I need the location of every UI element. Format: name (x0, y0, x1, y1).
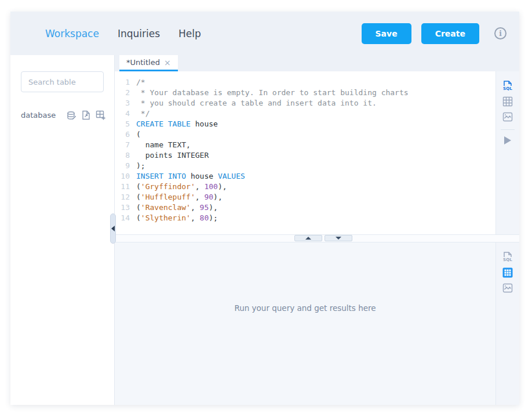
code-line[interactable]: 10INSERT INTO house VALUES (115, 171, 495, 182)
code-text: */ (130, 108, 150, 119)
database-icon[interactable] (67, 111, 76, 120)
table-grid-icon[interactable] (502, 96, 513, 107)
table-grid-icon[interactable] (502, 267, 513, 278)
code-line[interactable]: 4 */ (115, 108, 495, 119)
results-panel: Run your query and get results here (115, 242, 495, 405)
code-text: ); (130, 161, 145, 171)
line-number: 5 (115, 119, 130, 129)
sql-code-editor[interactable]: 1/*2 * Your database is empty. In order … (115, 71, 495, 234)
code-text: ('Slytherin', 80); (130, 213, 218, 223)
line-number: 4 (115, 108, 130, 119)
tab-close-icon[interactable]: × (164, 58, 171, 67)
line-number: 7 (115, 140, 130, 150)
code-lines: 1/*2 * Your database is empty. In order … (115, 77, 495, 223)
chevron-up-icon (305, 237, 311, 240)
info-icon[interactable]: i (494, 27, 507, 39)
code-line[interactable]: 3 * you should create a table and insert… (115, 98, 495, 108)
line-number: 8 (115, 150, 130, 161)
editor-row: 1/*2 * Your database is empty. In order … (115, 71, 519, 235)
code-text: * you should create a table and insert d… (130, 98, 377, 108)
line-number: 10 (115, 171, 130, 182)
add-table-icon[interactable] (96, 110, 106, 120)
code-text: points INTEGER (130, 150, 209, 161)
code-text: ('Hufflepuff', 90), (130, 192, 223, 202)
code-line[interactable]: 5CREATE TABLE house (115, 119, 495, 129)
top-nav: Workspace Inquiries Help Save Create i (10, 12, 519, 55)
tab-label: *Untitled (126, 58, 160, 67)
code-line[interactable]: 12('Hufflepuff', 90), (115, 192, 495, 202)
line-number: 3 (115, 98, 130, 108)
save-button[interactable]: Save (362, 23, 411, 44)
create-button[interactable]: Create (421, 23, 479, 44)
code-line[interactable]: 2 * Your database is empty. In order to … (115, 88, 495, 98)
code-line[interactable]: 1/* (115, 77, 495, 88)
code-text: /* (130, 77, 145, 88)
panel-splitter[interactable] (115, 235, 519, 242)
sidebar: database (10, 55, 115, 405)
sidebar-collapse-handle[interactable] (110, 213, 116, 244)
code-text: ( (130, 129, 141, 140)
chart-image-icon[interactable] (502, 112, 513, 122)
nav-link-inquiries[interactable]: Inquiries (118, 28, 160, 39)
chart-image-icon[interactable] (502, 283, 513, 293)
content-area: *Untitled × 1/*2 * Your database is empt… (115, 55, 519, 405)
import-file-icon[interactable] (82, 110, 90, 120)
tab-untitled[interactable]: *Untitled × (119, 55, 178, 71)
code-line[interactable]: 11('Gryffindor', 100), (115, 182, 495, 192)
code-line[interactable]: 8 points INTEGER (115, 150, 495, 161)
code-text: * Your database is empty. In order to st… (130, 88, 409, 98)
code-text: ('Gryffindor', 100), (130, 182, 227, 192)
editor-rail: SQL (495, 71, 519, 234)
expand-up-button[interactable] (294, 235, 322, 241)
search-table-input[interactable] (21, 71, 104, 92)
line-number: 9 (115, 161, 130, 171)
main-area: database (10, 55, 519, 405)
expand-down-button[interactable] (325, 235, 352, 241)
line-number: 14 (115, 213, 130, 223)
app-window: Workspace Inquiries Help Save Create i d… (10, 12, 519, 405)
sql-file-icon[interactable]: SQL (503, 79, 512, 91)
code-text: ('Ravenclaw', 95), (130, 202, 218, 213)
rail-divider (501, 129, 515, 130)
run-icon[interactable] (504, 136, 512, 145)
code-line[interactable]: 9); (115, 161, 495, 171)
results-rail: SQL (495, 242, 519, 405)
code-line[interactable]: 6( (115, 129, 495, 140)
results-row: Run your query and get results here SQL (115, 242, 519, 405)
chevron-left-icon (111, 226, 115, 231)
tab-bar: *Untitled × (115, 55, 519, 71)
line-number: 12 (115, 192, 130, 202)
code-line[interactable]: 7 name TEXT, (115, 140, 495, 150)
nav-link-help[interactable]: Help (178, 28, 201, 39)
splitter-buttons (294, 235, 355, 241)
code-text: INSERT INTO house VALUES (130, 171, 245, 182)
code-line[interactable]: 13('Ravenclaw', 95), (115, 202, 495, 213)
nav-link-workspace[interactable]: Workspace (45, 28, 99, 39)
database-row[interactable]: database (21, 110, 104, 120)
chevron-down-icon (336, 237, 341, 240)
line-number: 6 (115, 129, 130, 140)
line-number: 2 (115, 88, 130, 98)
database-label: database (21, 111, 56, 120)
line-number: 13 (115, 202, 130, 213)
code-text: CREATE TABLE house (130, 119, 218, 129)
code-text: name TEXT, (130, 140, 191, 150)
line-number: 1 (115, 77, 130, 88)
results-placeholder: Run your query and get results here (234, 303, 376, 313)
line-number: 11 (115, 182, 130, 192)
sql-file-icon[interactable]: SQL (503, 251, 512, 262)
code-line[interactable]: 14('Slytherin', 80); (115, 213, 495, 223)
